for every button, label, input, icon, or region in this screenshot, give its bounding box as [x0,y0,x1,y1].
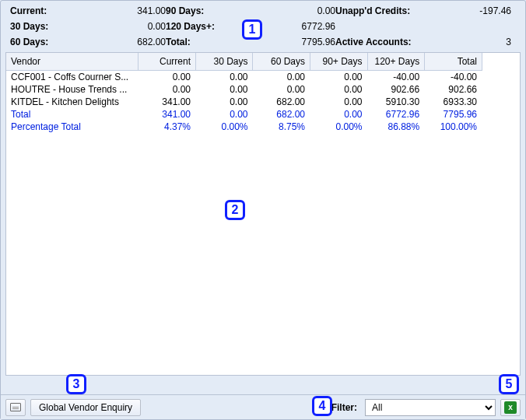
cell: 0.00 [310,71,368,84]
cell: 902.66 [367,83,425,96]
col-30d[interactable]: 30 Days [195,53,253,71]
active-value: 3 [441,37,511,47]
d60-value: 682.00 [80,37,166,47]
d120-label: 120 Days+: [166,21,244,32]
cell: 0.00 [195,83,253,96]
table-row[interactable]: CCF001 - Coffs Courner S... 0.00 0.00 0.… [6,71,482,84]
cell: 100.00% [425,121,482,133]
d90-value: 0.00 [244,5,335,16]
cell: 682.00 [253,96,310,108]
unapp-label: Unapp'd Credits: [335,5,441,16]
table-row-total[interactable]: Total 341.00 0.00 682.00 0.00 6772.96 77… [6,108,482,121]
cell: 0.00 [310,96,368,108]
d60-label: 60 Days: [10,37,80,47]
cell: 0.00 [253,71,310,84]
d90-label: 90 Days: [166,5,244,16]
cell: 682.00 [253,108,310,121]
table-header-row[interactable]: Vendor Current 30 Days 60 Days 90+ Days … [6,53,482,71]
total-label: Total: [166,37,244,47]
excel-icon: x [504,401,517,414]
cell: 0.00% [195,121,253,133]
cell: 4.37% [139,121,196,133]
cell-vendor: Percentage Total [6,121,139,133]
cell: 5910.30 [367,96,425,108]
cell-vendor: CCF001 - Coffs Courner S... [6,71,139,84]
table-row[interactable]: KITDEL - Kitchen Delights 341.00 0.00 68… [6,96,482,108]
cell-vendor: HOUTRE - House Trends ... [6,83,139,96]
cell: 0.00% [310,121,368,133]
annotation-marker: 4 [312,396,332,416]
cell: -40.00 [425,71,482,84]
col-total[interactable]: Total [425,53,482,71]
report-icon-button[interactable] [5,399,26,416]
filter-label: Filter: [331,402,357,413]
active-label: Active Accounts: [335,37,441,47]
col-60d[interactable]: 60 Days [253,53,310,71]
cell: 0.00 [139,71,196,84]
cell: 8.75% [253,121,310,133]
footer-bar: Global Vendor Enquiry Filter: All x [1,394,525,419]
cell: 0.00 [195,108,253,121]
export-excel-button[interactable]: x [500,399,521,416]
cell-vendor: KITDEL - Kitchen Delights [6,96,139,108]
d30-label: 30 Days: [10,21,80,32]
col-120d[interactable]: 120+ Days [367,53,425,71]
cell: 7795.96 [425,108,482,121]
col-current[interactable]: Current [139,53,196,71]
vendor-table[interactable]: Vendor Current 30 Days 60 Days 90+ Days … [6,53,482,133]
summary-block: Current: 341.00 90 Days: 0.00 Unapp'd Cr… [1,1,525,52]
cell: 0.00 [139,83,196,96]
cell: -40.00 [367,71,425,84]
table-row-percentage[interactable]: Percentage Total 4.37% 0.00% 8.75% 0.00%… [6,121,482,133]
cell-vendor: Total [6,108,139,121]
col-vendor[interactable]: Vendor [6,53,139,71]
cell: 0.00 [310,108,368,121]
current-value: 341.00 [80,5,166,16]
global-vendor-enquiry-button[interactable]: Global Vendor Enquiry [30,399,141,416]
current-label: Current: [10,5,80,16]
cell: 0.00 [310,83,368,96]
cell: 6772.96 [367,108,425,121]
filter-select[interactable]: All [365,399,496,416]
annotation-marker: 2 [225,200,245,220]
cell: 902.66 [425,83,482,96]
cell: 341.00 [139,96,196,108]
annotation-marker: 1 [242,19,262,40]
table-row[interactable]: HOUTRE - House Trends ... 0.00 0.00 0.00… [6,83,482,96]
annotation-marker: 5 [499,374,519,394]
cell: 86.88% [367,121,425,133]
col-90d[interactable]: 90+ Days [310,53,368,71]
unapp-value: -197.46 [441,5,511,16]
d30-value: 0.00 [80,21,166,32]
data-table-container: Vendor Current 30 Days 60 Days 90+ Days … [5,52,521,376]
button-label: Global Vendor Enquiry [39,402,132,413]
cell: 0.00 [195,96,253,108]
report-icon [10,403,21,411]
cell: 6933.30 [425,96,482,108]
cell: 0.00 [253,83,310,96]
cell: 0.00 [195,71,253,84]
cell: 341.00 [139,108,196,121]
annotation-marker: 3 [66,374,86,394]
